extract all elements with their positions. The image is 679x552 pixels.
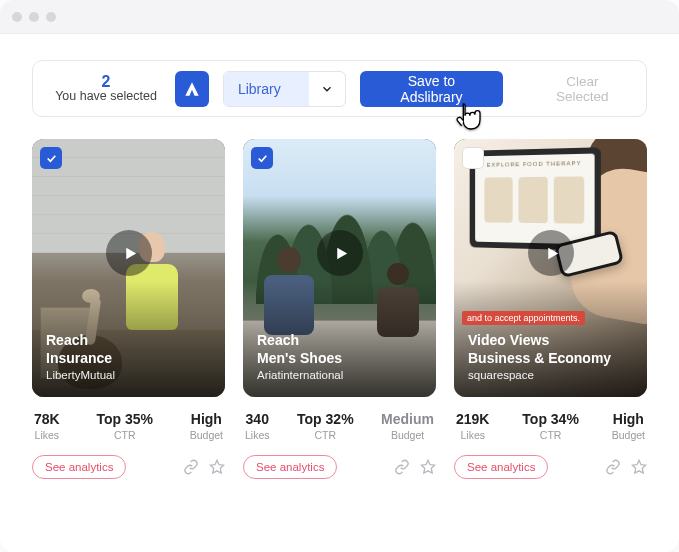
likes-label: Likes (456, 429, 489, 442)
svg-marker-0 (210, 461, 223, 474)
ad-category: Men's Shoes (257, 350, 422, 368)
budget-label: Budget (190, 429, 223, 442)
budget-label: Budget (381, 429, 434, 442)
window-dot (29, 12, 39, 22)
ctr-value: Top 34% (522, 411, 579, 428)
select-checkbox[interactable] (40, 147, 62, 169)
ad-column: Reach Insurance LibertyMutual 78KLikes T… (32, 139, 225, 479)
ad-stats: 78KLikes Top 35%CTR HighBudget (32, 411, 225, 441)
clear-selected-button[interactable]: Clear Selected (531, 74, 634, 104)
budget-label: Budget (612, 429, 645, 442)
play-icon[interactable] (317, 230, 363, 276)
ctr-label: CTR (297, 429, 354, 442)
ad-brand: Ariatinternational (257, 369, 422, 381)
ctr-value: Top 32% (297, 411, 354, 428)
likes-label: Likes (245, 429, 270, 442)
card-overlay: Reach Men's Shoes Ariatinternational (243, 318, 436, 397)
selection-count-number: 2 (102, 73, 111, 91)
select-checkbox[interactable] (251, 147, 273, 169)
see-analytics-button[interactable]: See analytics (32, 455, 126, 479)
library-dropdown[interactable]: Library (223, 71, 346, 107)
ad-goal: Video Views (468, 332, 633, 350)
ad-grid: Reach Insurance LibertyMutual 78KLikes T… (32, 139, 647, 479)
card-overlay: Reach Insurance LibertyMutual (32, 318, 225, 397)
select-checkbox[interactable] (462, 147, 484, 169)
ad-brand: LibertyMutual (46, 369, 211, 381)
star-icon[interactable] (209, 459, 225, 475)
ctr-value: Top 35% (96, 411, 153, 428)
card-overlay: Video Views Business & Economy squarespa… (454, 318, 647, 397)
ad-card[interactable]: EXPLORE FOOD THERAPY and to accept appoi… (454, 139, 647, 397)
ad-category: Business & Economy (468, 350, 633, 368)
ad-column: Reach Men's Shoes Ariatinternational 340… (243, 139, 436, 479)
star-icon[interactable] (420, 459, 436, 475)
ad-brand: squarespace (468, 369, 633, 381)
budget-value: High (190, 411, 223, 428)
selection-count-label: You have selected (55, 90, 157, 104)
ad-goal: Reach (257, 332, 422, 350)
window-titlebar (0, 0, 679, 34)
likes-value: 78K (34, 411, 60, 428)
likes-value: 219K (456, 411, 489, 428)
likes-value: 340 (245, 411, 270, 428)
svg-marker-1 (421, 461, 434, 474)
card-footer: See analytics (243, 455, 436, 479)
see-analytics-button[interactable]: See analytics (454, 455, 548, 479)
ctr-label: CTR (522, 429, 579, 442)
card-footer: See analytics (454, 455, 647, 479)
adslibrary-logo-icon (175, 71, 209, 107)
window-dot (12, 12, 22, 22)
ctr-label: CTR (96, 429, 153, 442)
likes-label: Likes (34, 429, 60, 442)
chevron-down-icon (309, 82, 346, 96)
ad-goal: Reach (46, 332, 211, 350)
ad-category: Insurance (46, 350, 211, 368)
app-window: 2 You have selected Library Save to Adsl… (0, 0, 679, 552)
play-icon[interactable] (106, 230, 152, 276)
selection-count: 2 You have selected (51, 73, 161, 104)
save-to-adslibrary-button[interactable]: Save to Adslibrary (360, 71, 502, 107)
link-icon[interactable] (605, 459, 621, 475)
link-icon[interactable] (183, 459, 199, 475)
ad-column: EXPLORE FOOD THERAPY and to accept appoi… (454, 139, 647, 479)
ad-stats: 219KLikes Top 34%CTR HighBudget (454, 411, 647, 441)
ad-stats: 340Likes Top 32%CTR MediumBudget (243, 411, 436, 441)
star-icon[interactable] (631, 459, 647, 475)
dropdown-value: Library (224, 72, 309, 106)
ad-card[interactable]: Reach Insurance LibertyMutual (32, 139, 225, 397)
svg-marker-2 (632, 461, 645, 474)
ad-card[interactable]: Reach Men's Shoes Ariatinternational (243, 139, 436, 397)
link-icon[interactable] (394, 459, 410, 475)
budget-value: High (612, 411, 645, 428)
selection-toolbar: 2 You have selected Library Save to Adsl… (32, 60, 647, 117)
play-icon[interactable] (528, 230, 574, 276)
card-footer: See analytics (32, 455, 225, 479)
window-dot (46, 12, 56, 22)
budget-value: Medium (381, 411, 434, 428)
see-analytics-button[interactable]: See analytics (243, 455, 337, 479)
